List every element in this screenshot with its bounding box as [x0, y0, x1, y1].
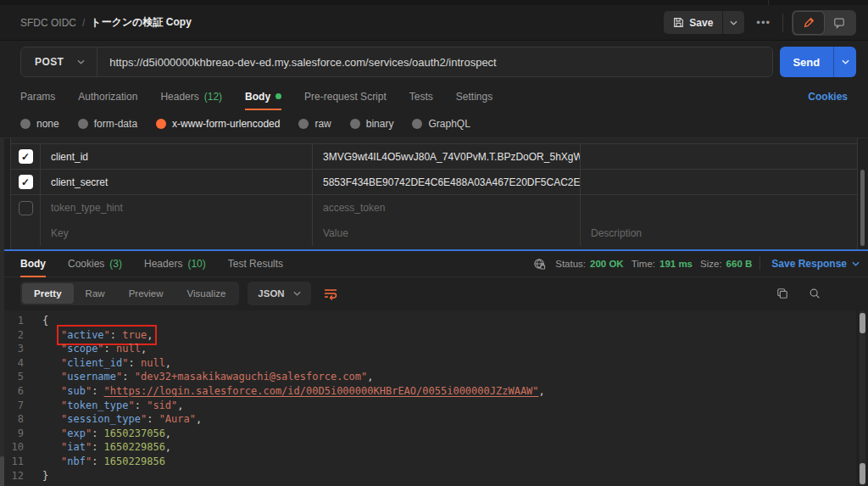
more-actions-button[interactable]: ••• [753, 16, 774, 29]
wrap-text-button[interactable] [323, 287, 338, 300]
response-vertical-scrollbar[interactable] [860, 310, 865, 486]
param-key[interactable]: client_secret [41, 170, 313, 194]
breadcrumb-separator: / [82, 17, 85, 29]
save-button[interactable]: Save [664, 11, 722, 34]
status-label: Status: [555, 259, 586, 269]
line-content: "exp": 1650237056, [37, 427, 171, 441]
radio-icon [156, 119, 166, 129]
send-options-button[interactable] [833, 47, 856, 77]
checkbox-checked[interactable]: ✓ [19, 149, 33, 164]
param-description[interactable] [581, 170, 857, 194]
copy-icon[interactable] [776, 288, 788, 299]
response-tab-body[interactable]: Body [20, 251, 46, 277]
table-row: token_type_hintaccess_token [11, 195, 857, 221]
url-input[interactable]: https://d5i000000khbreao-dev-ed.my.sales… [97, 47, 771, 76]
tab-authorization[interactable]: Authorization [78, 82, 137, 110]
line-number: 6 [0, 384, 37, 399]
save-options-button[interactable] [722, 11, 744, 34]
description-placeholder[interactable]: Description [581, 221, 857, 246]
method-select[interactable]: POST [21, 47, 97, 76]
cookies-link[interactable]: Cookies [808, 91, 848, 103]
tab-label: Pre-request Script [304, 91, 387, 103]
param-description[interactable] [581, 144, 857, 169]
params-table-scrollbar[interactable] [860, 170, 865, 246]
param-key[interactable]: client_id [41, 144, 313, 169]
time-label: Time: [632, 259, 655, 269]
send-button[interactable]: Send [780, 47, 833, 77]
response-tab-test-results[interactable]: Test Results [228, 251, 283, 277]
json-num: 1650229856 [104, 441, 165, 453]
key-name: exp [67, 427, 86, 439]
response-body-json[interactable]: 1{2"active": true,3"scope": null,4"clien… [0, 310, 856, 486]
body-mode-binary[interactable]: binary [350, 118, 394, 130]
json-key: "sub" [61, 385, 92, 397]
view-preview[interactable]: Preview [117, 283, 175, 304]
left-scrollbar-thumb[interactable] [0, 456, 4, 486]
json-strlink[interactable]: "https://login.salesforce.com/id/00D5i00… [104, 385, 539, 397]
save-button-label: Save [689, 17, 713, 29]
wrap-text-icon [323, 287, 338, 300]
breadcrumb-collection[interactable]: SFDC OIDC [20, 17, 76, 29]
save-response-label: Save Response [771, 258, 847, 270]
json-punc: : [92, 385, 103, 397]
format-select[interactable]: JSON [248, 282, 310, 305]
time-value[interactable]: 191 ms [659, 259, 693, 269]
code-line: 3"scope": null, [0, 342, 856, 356]
save-response-button[interactable]: Save Response [771, 258, 860, 270]
tab-body[interactable]: Body [245, 82, 281, 110]
view-raw[interactable]: Raw [74, 283, 117, 304]
param-value[interactable]: 5853F434BE90742DE4C6E488A03A467E20DF5CAC… [313, 170, 581, 194]
json-punc: : [135, 399, 147, 411]
param-key[interactable]: token_type_hint [41, 195, 313, 221]
line-number: 4 [0, 356, 37, 371]
json-key: "exp" [61, 427, 92, 439]
json-key: "session_type" [61, 413, 147, 425]
tab-count: (10) [187, 258, 205, 270]
size-value[interactable]: 660 B [726, 259, 753, 269]
view-pretty[interactable]: Pretty [22, 283, 74, 304]
status-value[interactable]: 200 OK [590, 259, 624, 269]
body-mode-raw[interactable]: raw [298, 118, 331, 130]
tab-label: Body [245, 91, 270, 103]
line-content: "active": true, [37, 328, 153, 343]
tab-headers[interactable]: Headers(12) [160, 82, 222, 110]
response-tab-cookies[interactable]: Cookies(3) [68, 251, 122, 277]
tab-pre-request-script[interactable]: Pre-request Script [304, 82, 387, 110]
checkbox-checked[interactable]: ✓ [19, 175, 33, 189]
body-mode-graphql[interactable]: GraphQL [412, 118, 470, 130]
json-lit: null [141, 357, 165, 369]
scrollbar-thumb[interactable] [860, 463, 865, 484]
breadcrumb-request-name[interactable]: トークンの検証 Copy [91, 15, 191, 30]
tab-label: Tests [409, 91, 433, 103]
body-mode-none[interactable]: none [20, 118, 59, 130]
network-icon[interactable] [533, 258, 546, 271]
tab-label: Headers [160, 91, 198, 103]
key-name: nbf [67, 455, 86, 467]
view-visualize[interactable]: Visualize [175, 283, 238, 304]
size-label: Size: [700, 259, 722, 269]
save-icon [673, 17, 684, 28]
response-toolbar: PrettyRawPreviewVisualize JSON [0, 280, 868, 307]
divider [782, 14, 783, 32]
json-num: 1650237056 [104, 427, 165, 439]
tab-tests[interactable]: Tests [409, 82, 433, 110]
tab-params[interactable]: Params [20, 82, 55, 110]
response-tab-headers[interactable]: Headers(10) [144, 251, 206, 277]
line-number: 9 [0, 427, 37, 441]
body-mode-form-data[interactable]: form-data [78, 118, 137, 130]
tab-settings[interactable]: Settings [456, 82, 492, 110]
scrollbar-thumb[interactable] [860, 313, 865, 333]
json-punc: : [110, 329, 122, 341]
radio-icon [298, 119, 309, 129]
search-icon[interactable] [809, 288, 821, 299]
json-lit: true [122, 329, 147, 341]
comments-button[interactable] [824, 12, 854, 34]
body-mode-x-www-form-urlencoded[interactable]: x-www-form-urlencoded [156, 118, 280, 130]
param-value[interactable]: access_token [313, 195, 581, 221]
key-placeholder[interactable]: Key [41, 221, 313, 246]
param-value[interactable]: 3MVG9wt4IL4O5wvJ80A_74V0PvM.T.BPzDoOR_5h… [313, 144, 581, 169]
value-placeholder[interactable]: Value [313, 221, 581, 246]
documentation-button[interactable] [793, 12, 824, 34]
param-description[interactable] [581, 195, 857, 221]
checkbox-unchecked[interactable] [19, 201, 33, 215]
